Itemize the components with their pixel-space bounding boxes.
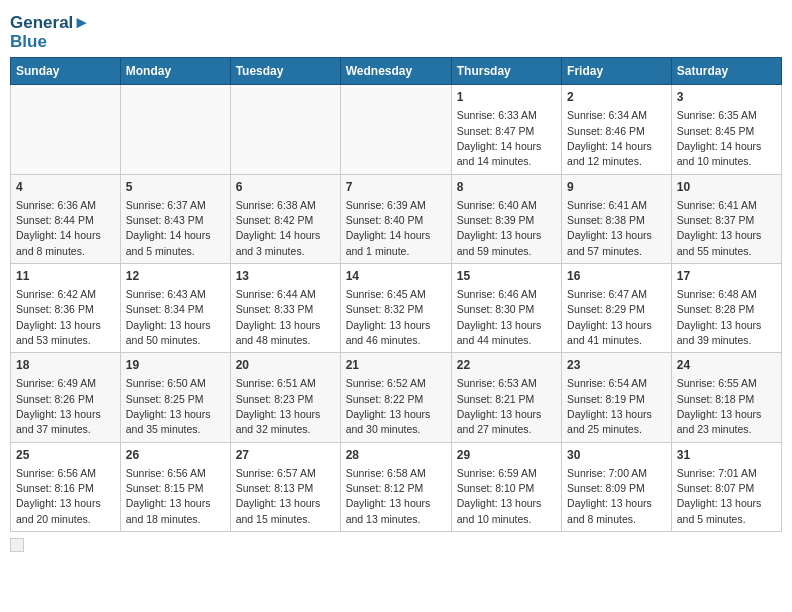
day-number: 20 <box>236 357 335 374</box>
day-number: 31 <box>677 447 776 464</box>
day-info: Sunrise: 6:55 AM Sunset: 8:18 PM Dayligh… <box>677 377 762 435</box>
day-number: 18 <box>16 357 115 374</box>
day-info: Sunrise: 6:36 AM Sunset: 8:44 PM Dayligh… <box>16 199 101 257</box>
calendar-cell <box>230 85 340 174</box>
day-info: Sunrise: 6:38 AM Sunset: 8:42 PM Dayligh… <box>236 199 321 257</box>
day-info: Sunrise: 6:45 AM Sunset: 8:32 PM Dayligh… <box>346 288 431 346</box>
calendar-cell: 27Sunrise: 6:57 AM Sunset: 8:13 PM Dayli… <box>230 442 340 531</box>
legend-box <box>10 538 24 552</box>
calendar-week-row: 4Sunrise: 6:36 AM Sunset: 8:44 PM Daylig… <box>11 174 782 263</box>
day-info: Sunrise: 6:58 AM Sunset: 8:12 PM Dayligh… <box>346 467 431 525</box>
day-number: 7 <box>346 179 446 196</box>
day-number: 6 <box>236 179 335 196</box>
calendar-cell: 8Sunrise: 6:40 AM Sunset: 8:39 PM Daylig… <box>451 174 561 263</box>
day-number: 10 <box>677 179 776 196</box>
day-number: 23 <box>567 357 666 374</box>
day-number: 28 <box>346 447 446 464</box>
day-number: 17 <box>677 268 776 285</box>
calendar-cell: 15Sunrise: 6:46 AM Sunset: 8:30 PM Dayli… <box>451 264 561 353</box>
calendar-cell <box>340 85 451 174</box>
day-header-thursday: Thursday <box>451 58 561 85</box>
calendar-cell: 23Sunrise: 6:54 AM Sunset: 8:19 PM Dayli… <box>562 353 672 442</box>
calendar-cell <box>120 85 230 174</box>
day-info: Sunrise: 7:01 AM Sunset: 8:07 PM Dayligh… <box>677 467 762 525</box>
day-info: Sunrise: 6:57 AM Sunset: 8:13 PM Dayligh… <box>236 467 321 525</box>
calendar-cell: 22Sunrise: 6:53 AM Sunset: 8:21 PM Dayli… <box>451 353 561 442</box>
day-info: Sunrise: 6:56 AM Sunset: 8:16 PM Dayligh… <box>16 467 101 525</box>
day-number: 8 <box>457 179 556 196</box>
day-number: 5 <box>126 179 225 196</box>
day-info: Sunrise: 6:47 AM Sunset: 8:29 PM Dayligh… <box>567 288 652 346</box>
day-number: 11 <box>16 268 115 285</box>
calendar-cell: 2Sunrise: 6:34 AM Sunset: 8:46 PM Daylig… <box>562 85 672 174</box>
calendar-cell: 19Sunrise: 6:50 AM Sunset: 8:25 PM Dayli… <box>120 353 230 442</box>
day-info: Sunrise: 6:41 AM Sunset: 8:38 PM Dayligh… <box>567 199 652 257</box>
calendar-cell: 20Sunrise: 6:51 AM Sunset: 8:23 PM Dayli… <box>230 353 340 442</box>
day-info: Sunrise: 6:49 AM Sunset: 8:26 PM Dayligh… <box>16 377 101 435</box>
calendar-week-row: 25Sunrise: 6:56 AM Sunset: 8:16 PM Dayli… <box>11 442 782 531</box>
day-header-tuesday: Tuesday <box>230 58 340 85</box>
calendar-cell: 21Sunrise: 6:52 AM Sunset: 8:22 PM Dayli… <box>340 353 451 442</box>
day-info: Sunrise: 6:33 AM Sunset: 8:47 PM Dayligh… <box>457 109 542 167</box>
day-number: 16 <box>567 268 666 285</box>
calendar-cell: 13Sunrise: 6:44 AM Sunset: 8:33 PM Dayli… <box>230 264 340 353</box>
day-info: Sunrise: 6:52 AM Sunset: 8:22 PM Dayligh… <box>346 377 431 435</box>
calendar-cell: 31Sunrise: 7:01 AM Sunset: 8:07 PM Dayli… <box>671 442 781 531</box>
day-number: 25 <box>16 447 115 464</box>
day-header-sunday: Sunday <box>11 58 121 85</box>
calendar-cell: 29Sunrise: 6:59 AM Sunset: 8:10 PM Dayli… <box>451 442 561 531</box>
day-info: Sunrise: 6:54 AM Sunset: 8:19 PM Dayligh… <box>567 377 652 435</box>
day-info: Sunrise: 6:34 AM Sunset: 8:46 PM Dayligh… <box>567 109 652 167</box>
calendar-cell: 17Sunrise: 6:48 AM Sunset: 8:28 PM Dayli… <box>671 264 781 353</box>
day-info: Sunrise: 6:43 AM Sunset: 8:34 PM Dayligh… <box>126 288 211 346</box>
calendar-cell: 11Sunrise: 6:42 AM Sunset: 8:36 PM Dayli… <box>11 264 121 353</box>
page-header: General► Blue <box>10 10 782 51</box>
day-info: Sunrise: 6:40 AM Sunset: 8:39 PM Dayligh… <box>457 199 542 257</box>
day-number: 27 <box>236 447 335 464</box>
day-info: Sunrise: 6:59 AM Sunset: 8:10 PM Dayligh… <box>457 467 542 525</box>
calendar-cell: 24Sunrise: 6:55 AM Sunset: 8:18 PM Dayli… <box>671 353 781 442</box>
day-info: Sunrise: 6:35 AM Sunset: 8:45 PM Dayligh… <box>677 109 762 167</box>
calendar-cell: 7Sunrise: 6:39 AM Sunset: 8:40 PM Daylig… <box>340 174 451 263</box>
calendar-cell <box>11 85 121 174</box>
calendar-cell: 14Sunrise: 6:45 AM Sunset: 8:32 PM Dayli… <box>340 264 451 353</box>
legend <box>10 538 782 552</box>
calendar-cell: 6Sunrise: 6:38 AM Sunset: 8:42 PM Daylig… <box>230 174 340 263</box>
calendar-cell: 4Sunrise: 6:36 AM Sunset: 8:44 PM Daylig… <box>11 174 121 263</box>
day-header-wednesday: Wednesday <box>340 58 451 85</box>
day-info: Sunrise: 6:46 AM Sunset: 8:30 PM Dayligh… <box>457 288 542 346</box>
day-number: 2 <box>567 89 666 106</box>
day-info: Sunrise: 6:51 AM Sunset: 8:23 PM Dayligh… <box>236 377 321 435</box>
day-number: 29 <box>457 447 556 464</box>
calendar-cell: 9Sunrise: 6:41 AM Sunset: 8:38 PM Daylig… <box>562 174 672 263</box>
day-number: 19 <box>126 357 225 374</box>
day-info: Sunrise: 6:37 AM Sunset: 8:43 PM Dayligh… <box>126 199 211 257</box>
calendar-week-row: 18Sunrise: 6:49 AM Sunset: 8:26 PM Dayli… <box>11 353 782 442</box>
day-number: 1 <box>457 89 556 106</box>
day-number: 24 <box>677 357 776 374</box>
calendar-cell: 28Sunrise: 6:58 AM Sunset: 8:12 PM Dayli… <box>340 442 451 531</box>
day-number: 14 <box>346 268 446 285</box>
day-header-monday: Monday <box>120 58 230 85</box>
calendar-table: SundayMondayTuesdayWednesdayThursdayFrid… <box>10 57 782 532</box>
day-header-friday: Friday <box>562 58 672 85</box>
calendar-cell: 16Sunrise: 6:47 AM Sunset: 8:29 PM Dayli… <box>562 264 672 353</box>
day-info: Sunrise: 6:53 AM Sunset: 8:21 PM Dayligh… <box>457 377 542 435</box>
calendar-cell: 12Sunrise: 6:43 AM Sunset: 8:34 PM Dayli… <box>120 264 230 353</box>
day-number: 13 <box>236 268 335 285</box>
day-header-saturday: Saturday <box>671 58 781 85</box>
calendar-header-row: SundayMondayTuesdayWednesdayThursdayFrid… <box>11 58 782 85</box>
day-number: 26 <box>126 447 225 464</box>
day-number: 21 <box>346 357 446 374</box>
calendar-cell: 1Sunrise: 6:33 AM Sunset: 8:47 PM Daylig… <box>451 85 561 174</box>
day-info: Sunrise: 6:39 AM Sunset: 8:40 PM Dayligh… <box>346 199 431 257</box>
day-number: 3 <box>677 89 776 106</box>
day-number: 12 <box>126 268 225 285</box>
day-info: Sunrise: 6:44 AM Sunset: 8:33 PM Dayligh… <box>236 288 321 346</box>
day-info: Sunrise: 6:42 AM Sunset: 8:36 PM Dayligh… <box>16 288 101 346</box>
calendar-cell: 30Sunrise: 7:00 AM Sunset: 8:09 PM Dayli… <box>562 442 672 531</box>
day-number: 9 <box>567 179 666 196</box>
day-number: 15 <box>457 268 556 285</box>
calendar-week-row: 11Sunrise: 6:42 AM Sunset: 8:36 PM Dayli… <box>11 264 782 353</box>
day-info: Sunrise: 6:41 AM Sunset: 8:37 PM Dayligh… <box>677 199 762 257</box>
